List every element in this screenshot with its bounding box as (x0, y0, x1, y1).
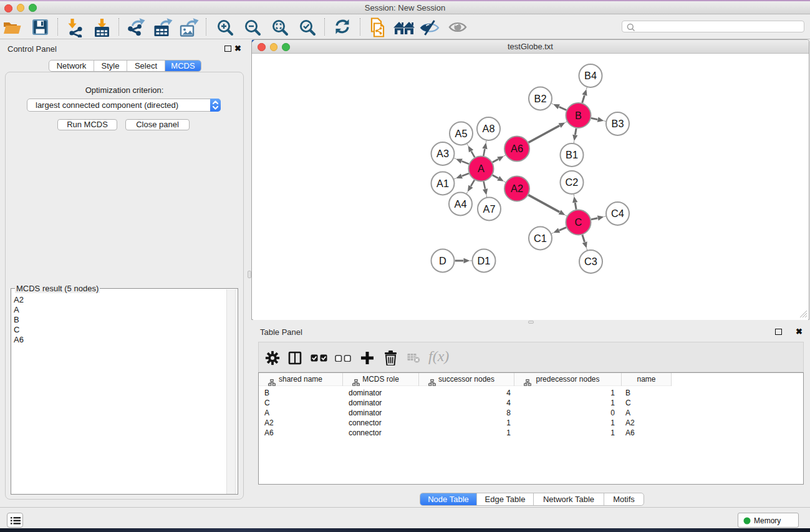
svg-text:B: B (575, 110, 582, 121)
svg-text:D: D (439, 255, 446, 266)
svg-text:C: C (575, 216, 582, 228)
svg-text:D1: D1 (478, 255, 491, 266)
svg-text:C1: C1 (534, 233, 547, 244)
svg-text:B4: B4 (584, 70, 597, 81)
svg-text:A5: A5 (455, 128, 468, 139)
svg-text:C4: C4 (611, 208, 624, 219)
svg-text:A1: A1 (436, 178, 449, 189)
svg-text:B3: B3 (612, 118, 624, 129)
svg-text:A2: A2 (511, 183, 523, 194)
svg-text:A6: A6 (511, 143, 523, 154)
svg-text:A8: A8 (483, 123, 495, 134)
svg-text:A: A (478, 163, 485, 174)
svg-text:B2: B2 (534, 93, 547, 104)
svg-text:C3: C3 (584, 256, 597, 267)
svg-text:A3: A3 (436, 148, 449, 159)
svg-text:B1: B1 (566, 149, 578, 160)
svg-text:A4: A4 (455, 198, 467, 210)
svg-text:C2: C2 (566, 177, 579, 188)
svg-text:A7: A7 (483, 203, 496, 215)
